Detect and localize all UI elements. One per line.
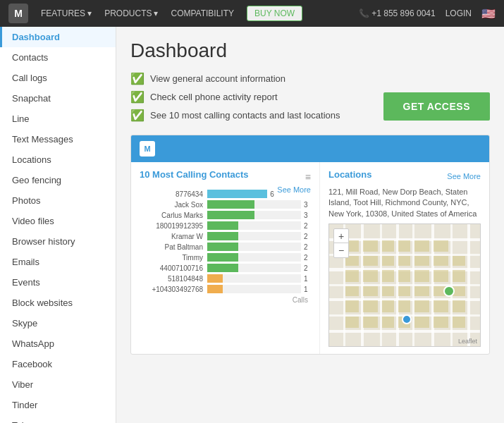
calls-see-more-button[interactable]: See More — [277, 185, 311, 194]
sidebar-item-tinder[interactable]: Tinder — [0, 395, 116, 415]
calls-bar-chart: 87764346Jack Sox3Carlus Marks31800199123… — [140, 190, 311, 293]
top-navigation: M FEATURES ▾ PRODUCTS ▾ COMPATIBILITY BU… — [0, 0, 504, 27]
bar-label: Pat Baltman — [140, 243, 203, 251]
sidebar-item-block-websites[interactable]: Block websites — [0, 293, 116, 313]
svg-rect-56 — [453, 317, 465, 328]
svg-rect-25 — [398, 256, 410, 266]
sidebar-item-line[interactable]: Line — [0, 109, 116, 129]
bar-outer — [207, 243, 301, 251]
bar-value: 6 — [270, 190, 277, 198]
svg-rect-31 — [382, 270, 394, 282]
bar-row: 440071007162 — [140, 264, 311, 272]
sidebar-item-call-logs[interactable]: Call logs — [0, 68, 116, 88]
menu-icon[interactable]: ≡ — [305, 171, 311, 183]
svg-rect-49 — [453, 300, 465, 312]
bar-value: 1 — [304, 286, 311, 293]
bar-inner — [207, 243, 238, 251]
bar-label: Carlus Marks — [140, 212, 203, 219]
bar-inner — [207, 285, 223, 293]
get-access-button[interactable]: GET ACCESS — [383, 92, 491, 121]
bar-outer — [207, 200, 301, 209]
svg-rect-47 — [414, 300, 429, 312]
feature-item-1: ✅ View general account information — [130, 72, 490, 85]
bar-label: Kramar W — [140, 233, 203, 240]
sidebar-item-contacts[interactable]: Contacts — [0, 47, 116, 68]
bar-label: +104303492768 — [140, 286, 203, 293]
bar-value: 3 — [304, 212, 311, 219]
bar-row: Timmy2 — [140, 253, 311, 262]
svg-rect-29 — [345, 270, 359, 282]
map-zoom-out-button[interactable]: − — [334, 243, 348, 257]
svg-rect-48 — [434, 300, 448, 312]
sidebar-item-dashboard[interactable]: Dashboard — [0, 27, 116, 47]
location-address: 121, Mill Road, New Dorp Beach, Staten I… — [328, 187, 481, 219]
svg-rect-24 — [382, 256, 394, 266]
bar-inner — [207, 200, 254, 209]
sidebar-item-locations[interactable]: Locations — [0, 149, 116, 170]
feature-text-1: View general account information — [150, 73, 285, 84]
svg-rect-27 — [434, 256, 448, 266]
svg-rect-32 — [398, 270, 410, 282]
bar-inner — [207, 190, 267, 198]
sidebar-item-text-messages[interactable]: Text Messages — [0, 129, 116, 149]
sidebar-item-browser-history[interactable]: Browser history — [0, 231, 116, 252]
login-button[interactable]: LOGIN — [445, 8, 472, 18]
svg-rect-34 — [434, 270, 448, 282]
calls-x-label: Calls — [140, 296, 311, 304]
sidebar-item-telegram[interactable]: Telegram — [0, 415, 116, 423]
page-layout: DashboardContactsCall logsSnapchatLineTe… — [0, 27, 504, 423]
nav-compatibility[interactable]: COMPATIBILITY — [171, 8, 234, 18]
bar-row: Kramar W2 — [140, 232, 311, 240]
sidebar-item-geo-fencing[interactable]: Geo fencing — [0, 170, 116, 190]
sidebar-item-snapchat[interactable]: Snapchat — [0, 88, 116, 109]
bar-inner — [207, 221, 238, 230]
sidebar: DashboardContactsCall logsSnapchatLineTe… — [0, 27, 116, 423]
check-icon: ✅ — [130, 90, 145, 104]
svg-rect-15 — [467, 224, 470, 347]
sidebar-item-viber[interactable]: Viber — [0, 374, 116, 395]
svg-rect-38 — [382, 286, 394, 296]
bar-outer — [207, 190, 267, 198]
nav-features[interactable]: FEATURES ▾ — [41, 8, 92, 18]
bar-outer — [207, 285, 301, 293]
sidebar-item-emails[interactable]: Emails — [0, 252, 116, 272]
sidebar-item-whatsapp[interactable]: WhatsApp — [0, 333, 116, 354]
svg-rect-44 — [363, 300, 378, 312]
buy-now-button[interactable]: BUY NOW — [247, 6, 302, 21]
calls-section-title: 10 Most Calling Contacts — [140, 169, 249, 180]
svg-rect-39 — [398, 286, 410, 296]
svg-point-57 — [444, 286, 454, 296]
sidebar-item-skype[interactable]: Skype — [0, 313, 116, 333]
map-zoom-controls[interactable]: + − — [333, 228, 349, 258]
bar-value: 2 — [304, 264, 311, 272]
feature-text-3: See 10 most calling contacts and last lo… — [150, 110, 340, 121]
nav-products[interactable]: PRODUCTS ▾ — [104, 8, 158, 18]
sidebar-item-photos[interactable]: Photos — [0, 190, 116, 211]
svg-rect-45 — [382, 300, 394, 312]
svg-rect-10 — [380, 224, 382, 347]
svg-rect-50 — [345, 317, 359, 328]
bar-label: 8776434 — [140, 190, 203, 198]
bar-outer — [207, 274, 301, 283]
locations-see-more-button[interactable]: See More — [447, 172, 481, 180]
bar-inner — [207, 232, 238, 240]
map-zoom-in-button[interactable]: + — [334, 229, 348, 243]
sidebar-item-facebook[interactable]: Facebook — [0, 354, 116, 374]
svg-rect-20 — [414, 240, 429, 252]
bar-outer — [207, 211, 301, 219]
sidebar-item-events[interactable]: Events — [0, 272, 116, 293]
svg-rect-19 — [398, 240, 410, 252]
sidebar-item-video-files[interactable]: Video files — [0, 211, 116, 231]
bar-row: 5181048481 — [140, 274, 311, 283]
svg-rect-54 — [414, 317, 429, 328]
svg-rect-43 — [345, 300, 359, 312]
svg-rect-14 — [450, 224, 453, 347]
check-icon: ✅ — [130, 72, 145, 85]
phone-number: 📞 +1 855 896 0041 — [359, 8, 436, 18]
bar-row: +1043034927681 — [140, 285, 311, 293]
page-title: Dashboard — [130, 39, 490, 62]
feature-text-2: Check cell phone activity report — [150, 92, 278, 102]
bar-inner — [207, 274, 223, 283]
map-view[interactable]: + − Leaflet — [328, 223, 481, 347]
brand-logo: M — [8, 4, 28, 23]
